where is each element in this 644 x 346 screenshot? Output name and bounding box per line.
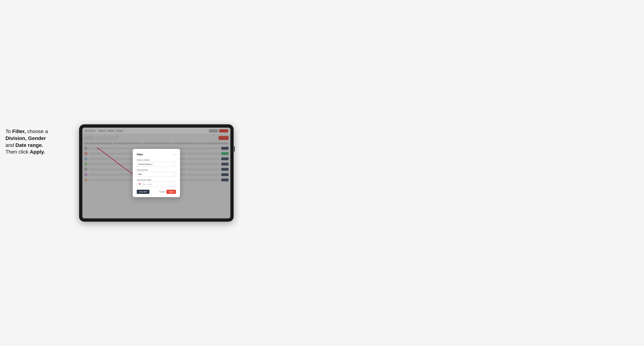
cancel-button[interactable]: Cancel [159, 191, 165, 193]
division-clear-icon[interactable]: × [171, 163, 172, 165]
modal-header: Filter × [137, 153, 176, 156]
modal-right-actions: Cancel Apply [159, 190, 176, 194]
tablet-wrapper: Filter × Select a division NCAA Division… [54, 124, 258, 222]
apply-button[interactable]: Apply [166, 190, 176, 194]
modal-actions: Clear filter Cancel Apply [137, 190, 176, 194]
division-arrow-icon: ⌃⌵ [173, 162, 174, 166]
clear-filter-button[interactable]: Clear filter [137, 190, 150, 194]
modal-overlay: Filter × Select a division NCAA Division… [82, 128, 230, 218]
modal-close-button[interactable]: × [173, 153, 176, 156]
instruction-text: To Filter, choose a Division, Gender and… [6, 129, 48, 155]
tablet-device: Filter × Select a division NCAA Division… [79, 124, 234, 222]
gender-value: Men [138, 173, 142, 175]
bold-filter: Filter, [12, 129, 26, 134]
division-select[interactable]: NCAA Division I × ⌃⌵ [137, 162, 176, 167]
bold-division-gender: Division, Gender [6, 135, 46, 141]
date-label: Select Date range [137, 179, 176, 181]
division-form-group: Select a division NCAA Division I × ⌃⌵ [137, 159, 176, 167]
calendar-icon: 📅 [138, 183, 141, 185]
division-label: Select a division [137, 159, 176, 161]
gender-clear-icon[interactable]: × [171, 173, 172, 175]
modal-title: Filter [137, 153, 143, 156]
date-input[interactable]: 📅 Pick a date [137, 182, 176, 187]
bold-apply: Apply. [30, 149, 45, 155]
gender-controls: × ⌃⌵ [171, 172, 174, 176]
gender-form-group: Select gender Men × ⌃⌵ [137, 169, 176, 177]
bold-date-range: Date range. [16, 142, 43, 148]
date-form-group: Select Date range 📅 Pick a date [137, 179, 176, 187]
tablet-screen: Filter × Select a division NCAA Division… [82, 128, 230, 218]
gender-label: Select gender [137, 169, 176, 171]
filter-modal: Filter × Select a division NCAA Division… [133, 149, 180, 197]
division-value: NCAA Division I [138, 163, 152, 165]
gender-arrow-icon: ⌃⌵ [173, 172, 174, 176]
gender-select[interactable]: Men × ⌃⌵ [137, 172, 176, 177]
division-controls: × ⌃⌵ [171, 162, 174, 166]
date-placeholder: Pick a date [142, 183, 152, 185]
instruction-panel: To Filter, choose a Division, Gender and… [4, 124, 54, 155]
tablet-side-button [234, 146, 235, 152]
